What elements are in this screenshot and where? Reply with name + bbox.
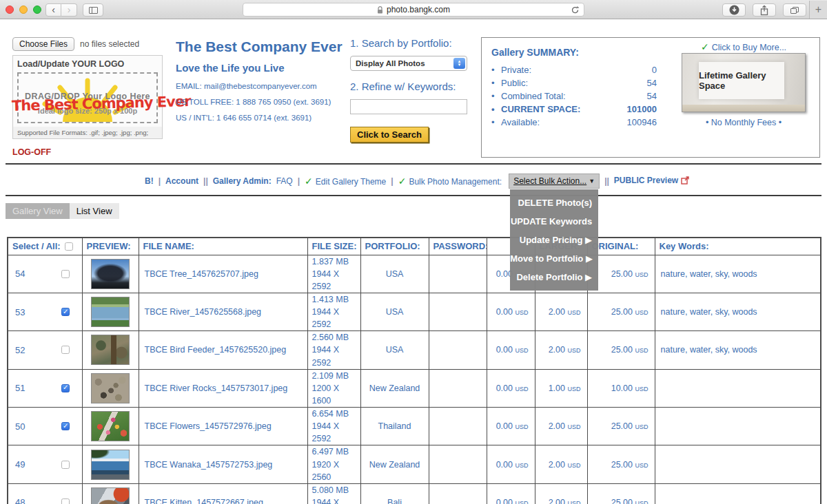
menu-item-update-pricing[interactable]: Update Pricing ▶ <box>510 231 598 249</box>
photo-thumbnail[interactable] <box>91 297 130 327</box>
web-price-cell: 0.00 USD <box>487 483 535 504</box>
tabs-overview-icon <box>790 7 799 14</box>
share-button[interactable] <box>753 3 776 17</box>
log-off-link[interactable]: LOG-OFF <box>12 147 51 157</box>
photo-thumbnail[interactable] <box>91 335 130 365</box>
file-name-link[interactable]: TBCE River_1457625568.jpeg <box>145 307 262 317</box>
nav-gallery-admin-label: Gallery Admin: <box>213 176 272 186</box>
photo-thumbnail[interactable] <box>91 411 130 441</box>
bulk-action-dropdown: Select Bulk Action... ▼ DELETE Photo(s) … <box>509 174 600 189</box>
column-header-keywords: Key Words: <box>655 238 821 255</box>
web-price-cell: 0.00 USD <box>487 445 535 483</box>
web-price-cell: 0.00 USD <box>487 369 535 407</box>
larger-price-cell: 2.00 USD <box>535 483 587 504</box>
nav-account-link[interactable]: Account <box>165 176 198 186</box>
address-bar[interactable]: photo.bangk.com <box>243 3 584 17</box>
search-button[interactable]: Click to Search <box>350 127 429 143</box>
original-price-cell: 25.00 USD <box>587 408 655 445</box>
portfolio-select[interactable]: Display All Photos ▲▼ <box>350 56 467 71</box>
menu-item-update-keywords[interactable]: UPDATE Keywords <box>510 212 598 231</box>
row-checkbox[interactable] <box>61 498 70 504</box>
row-checkbox[interactable] <box>61 422 70 430</box>
row-checkbox[interactable] <box>61 461 70 469</box>
tab-gallery-view[interactable]: Gallery View <box>6 203 70 219</box>
file-name-link[interactable]: TBCE Flowers_1457572976.jpeg <box>145 421 272 431</box>
photo-thumbnail[interactable] <box>91 487 130 504</box>
summary-row-available: •Available:100946 <box>491 117 657 127</box>
keywords-cell <box>655 408 821 445</box>
row-checkbox[interactable] <box>61 308 70 316</box>
reload-icon[interactable] <box>571 6 580 17</box>
file-name-link[interactable]: TBCE Bird Feeder_1457625520.jpeg <box>145 345 287 355</box>
lock-icon <box>377 6 383 14</box>
ad-caption: • No Monthly Fees • <box>682 118 806 127</box>
company-tagline: Love the Life you Live <box>176 62 348 74</box>
bulk-action-select[interactable]: Select Bulk Action... ▼ <box>509 174 600 189</box>
menu-item-delete-photos[interactable]: DELETE Photo(s) <box>510 193 598 212</box>
column-header-file-size: FILE SIZE: <box>307 238 360 255</box>
file-name-link[interactable]: TBCE Kitten_1457572667.jpeg <box>145 498 263 504</box>
close-window-button[interactable] <box>6 6 14 14</box>
photo-table: Select / All: PREVIEW: FILE NAME: FILE S… <box>7 237 821 504</box>
sidebar-button[interactable] <box>83 3 103 17</box>
photo-thumbnail[interactable] <box>91 450 130 480</box>
portfolio-cell: Thailand <box>360 408 429 445</box>
summary-row-private: •Private:0 <box>491 65 657 75</box>
forward-button[interactable]: › <box>61 3 77 17</box>
file-name-link[interactable]: TBCE Tree_1457625707.jpeg <box>145 269 258 279</box>
table-row: 49 TBCE Wanaka_1457572753.jpeg 6.497 MB1… <box>8 445 821 483</box>
nav-public-preview-link[interactable]: PUBLIC Preview <box>614 176 689 187</box>
menu-item-delete-portfolio[interactable]: Delete Portfolio ▶ <box>510 268 598 286</box>
column-header-select: Select / All: <box>8 238 82 255</box>
keywords-input[interactable] <box>350 99 467 114</box>
portfolio-select-value: Display All Photos <box>351 59 425 67</box>
row-checkbox[interactable] <box>61 384 70 392</box>
password-cell <box>429 255 487 293</box>
keywords-cell: nature, water, sky, woods <box>655 331 821 369</box>
minimize-window-button[interactable] <box>19 6 28 14</box>
buy-more-link[interactable]: ✓Click to Buy More... <box>701 41 786 52</box>
file-size-cell: 1.413 MB1944 X 2592 <box>307 293 360 330</box>
row-checkbox[interactable] <box>61 270 70 278</box>
photo-thumbnail[interactable] <box>91 259 130 289</box>
tab-list-view[interactable]: List View <box>70 203 119 219</box>
table-header-row: Select / All: PREVIEW: FILE NAME: FILE S… <box>8 238 821 255</box>
select-stepper-icon: ▲▼ <box>453 58 465 69</box>
photo-id: 50 <box>15 421 25 432</box>
nav-faq-link[interactable]: FAQ <box>276 176 293 186</box>
photo-thumbnail[interactable] <box>91 373 130 403</box>
share-icon <box>759 5 769 16</box>
new-tab-button[interactable]: + <box>809 1 827 19</box>
select-all-checkbox[interactable] <box>65 242 73 251</box>
column-header-preview: PREVIEW: <box>82 238 139 255</box>
file-size-cell: 2.560 MB1944 X 2592 <box>307 331 360 369</box>
file-name-link[interactable]: TBCE Wanaka_1457572753.jpeg <box>145 460 273 470</box>
table-row: 50 TBCE Flowers_1457572976.jpeg 6.654 MB… <box>8 408 821 445</box>
table-row: 48 TBCE Kitten_1457572667.jpeg 5.080 MB1… <box>8 483 821 504</box>
nav-bulk-management-label: ✓Bulk Photo Management: <box>398 176 502 187</box>
logo-uploader: Choose Files no files selected Load/Upda… <box>12 37 164 139</box>
file-size-cell: 6.654 MB1944 X 2592 <box>307 408 360 445</box>
file-name-link[interactable]: TBCE River Rocks_1457573017.jpeg <box>145 384 288 393</box>
nav-edit-theme-link[interactable]: ✓Edit Gallery Theme <box>305 176 386 187</box>
downloads-button[interactable] <box>722 3 746 17</box>
sidebar-icon <box>89 7 98 14</box>
choose-files-button[interactable]: Choose Files <box>12 37 74 51</box>
row-checkbox[interactable] <box>61 346 70 354</box>
menu-item-move-to-portfolio[interactable]: Move to Portfolio ▶ <box>510 249 598 268</box>
file-chosen-status: no files selected <box>80 39 139 49</box>
company-info: The Best Company Ever Love the Life you … <box>176 39 348 129</box>
nav-b-link[interactable]: B! <box>145 176 154 186</box>
portfolio-cell: New Zealand <box>360 445 429 483</box>
search-step1-label: 1. Search by Portfolio: <box>350 37 474 49</box>
keywords-cell <box>655 369 821 407</box>
file-size-cell: 1.837 MB1944 X 2592 <box>307 255 360 293</box>
gallery-summary-box: Gallery SUMMARY: •Private:0 •Public:54 •… <box>481 37 820 158</box>
column-header-file-name: FILE NAME: <box>139 238 307 255</box>
back-button[interactable]: ‹ <box>45 3 61 17</box>
show-tabs-button[interactable] <box>783 3 806 17</box>
zoom-window-button[interactable] <box>33 6 41 14</box>
keywords-cell <box>655 445 821 483</box>
lifetime-gallery-space-ad[interactable]: Lifetime Gallery Space <box>682 53 806 112</box>
check-icon: ✓ <box>305 176 313 187</box>
